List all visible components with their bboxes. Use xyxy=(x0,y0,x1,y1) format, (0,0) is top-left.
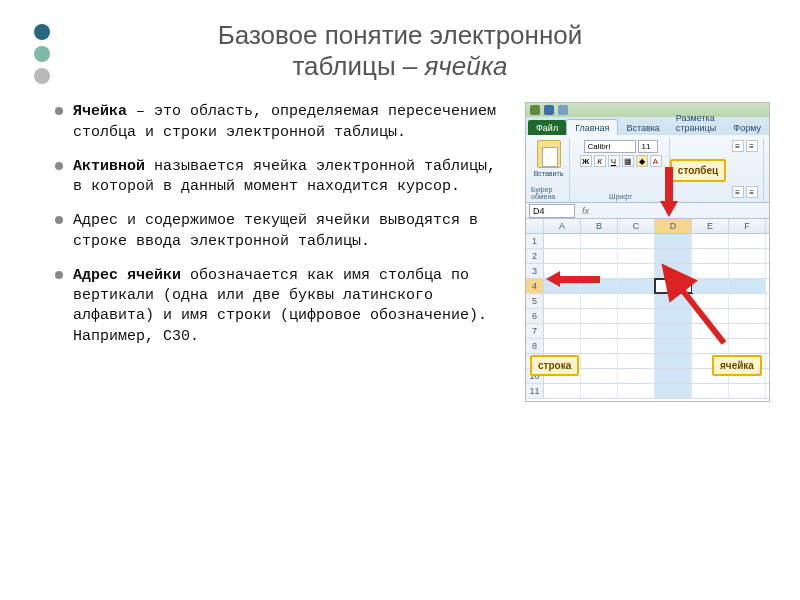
align-top-icon[interactable]: ≡ xyxy=(732,140,744,152)
border-button[interactable]: ▦ xyxy=(622,155,634,167)
font-group-label: Шрифт xyxy=(609,193,632,200)
content-row: Ячейка – это область, определяемая перес… xyxy=(0,92,800,402)
tab-home[interactable]: Главная xyxy=(566,119,618,135)
cell[interactable] xyxy=(544,384,581,398)
qat-excel-icon xyxy=(530,105,540,115)
cell[interactable] xyxy=(581,234,618,248)
col-head-D[interactable]: D xyxy=(655,219,692,233)
cell[interactable] xyxy=(618,324,655,338)
cell[interactable] xyxy=(544,234,581,248)
name-box[interactable]: D4 xyxy=(529,204,575,218)
cell[interactable] xyxy=(729,309,766,323)
col-head-E[interactable]: E xyxy=(692,219,729,233)
row-head[interactable]: 3 xyxy=(526,264,544,278)
cell[interactable] xyxy=(655,354,692,368)
row-head[interactable]: 4 xyxy=(526,279,544,293)
cell[interactable] xyxy=(544,294,581,308)
paste-icon[interactable] xyxy=(537,140,561,168)
col-head-C[interactable]: C xyxy=(618,219,655,233)
align-center-icon[interactable]: ≡ xyxy=(746,186,758,198)
cell[interactable] xyxy=(618,264,655,278)
cell[interactable] xyxy=(729,264,766,278)
cell[interactable] xyxy=(655,384,692,398)
row-head[interactable]: 5 xyxy=(526,294,544,308)
cell[interactable] xyxy=(618,384,655,398)
cell[interactable] xyxy=(544,339,581,353)
row-head[interactable]: 1 xyxy=(526,234,544,248)
row-head[interactable]: 11 xyxy=(526,384,544,398)
tab-layout[interactable]: Разметка страницы xyxy=(668,110,725,135)
cell[interactable] xyxy=(729,384,766,398)
bullet-4: Адрес ячейки обозначается как имя столбц… xyxy=(55,266,513,347)
arrow-row-icon xyxy=(546,272,602,286)
cell[interactable] xyxy=(655,369,692,383)
cell[interactable] xyxy=(729,294,766,308)
cell[interactable] xyxy=(655,234,692,248)
col-head-F[interactable]: F xyxy=(729,219,766,233)
cell[interactable] xyxy=(692,234,729,248)
font-name-dropdown[interactable]: Calibri xyxy=(584,140,636,153)
cell[interactable] xyxy=(581,294,618,308)
bullet-3: Адрес и содержимое текущей ячейки выводя… xyxy=(55,211,513,252)
cell[interactable] xyxy=(692,264,729,278)
row-head[interactable]: 7 xyxy=(526,324,544,338)
select-all-corner[interactable] xyxy=(526,219,544,233)
cell[interactable] xyxy=(544,324,581,338)
cell[interactable] xyxy=(692,384,729,398)
cell[interactable] xyxy=(581,354,618,368)
cell[interactable] xyxy=(729,339,766,353)
fill-button[interactable]: ◆ xyxy=(636,155,648,167)
paste-label: Вставить xyxy=(534,170,564,177)
cell[interactable] xyxy=(581,249,618,263)
cell[interactable] xyxy=(544,249,581,263)
callout-row-label: строка xyxy=(530,355,579,376)
tab-insert[interactable]: Вставка xyxy=(618,120,667,135)
cell[interactable] xyxy=(618,309,655,323)
cell[interactable] xyxy=(581,339,618,353)
underline-button[interactable]: Ч xyxy=(608,155,620,167)
font-size-dropdown[interactable]: 11 xyxy=(638,140,658,153)
excel-screenshot: Файл Главная Вставка Разметка страницы Ф… xyxy=(525,102,770,402)
italic-button[interactable]: К xyxy=(594,155,606,167)
cell[interactable] xyxy=(581,384,618,398)
cell[interactable] xyxy=(729,279,766,293)
cell[interactable] xyxy=(618,294,655,308)
deco-dot-teal xyxy=(34,24,50,40)
deco-dot-gray xyxy=(34,68,50,84)
row-head[interactable]: 2 xyxy=(526,249,544,263)
cell[interactable] xyxy=(618,249,655,263)
page-title: Базовое понятие электронной таблицы – яч… xyxy=(0,0,800,92)
cell[interactable] xyxy=(618,339,655,353)
title-line1: Базовое понятие электронной xyxy=(218,20,583,50)
formula-bar: D4 fx xyxy=(526,203,769,219)
deco-dot-green xyxy=(34,46,50,62)
cell[interactable] xyxy=(618,354,655,368)
cell[interactable] xyxy=(729,249,766,263)
cell[interactable] xyxy=(618,279,655,293)
cell[interactable] xyxy=(581,309,618,323)
cell[interactable] xyxy=(544,309,581,323)
cell[interactable] xyxy=(729,324,766,338)
align-mid-icon[interactable]: ≡ xyxy=(746,140,758,152)
bold-button[interactable]: Ж xyxy=(580,155,592,167)
cell[interactable] xyxy=(581,369,618,383)
col-head-B[interactable]: B xyxy=(581,219,618,233)
callout-cell-label: ячейка xyxy=(712,355,762,376)
cell[interactable] xyxy=(655,264,692,278)
spreadsheet-grid[interactable]: A B C D E F 1234567891011 строка ячейка xyxy=(526,219,769,402)
cell[interactable] xyxy=(729,234,766,248)
cell[interactable] xyxy=(618,369,655,383)
font-color-button[interactable]: A xyxy=(650,155,662,167)
bullet-1: Ячейка – это область, определяемая перес… xyxy=(55,102,513,143)
cell[interactable] xyxy=(692,249,729,263)
tab-file[interactable]: Файл xyxy=(528,120,566,135)
cell[interactable] xyxy=(581,324,618,338)
cell[interactable] xyxy=(618,234,655,248)
col-head-A[interactable]: A xyxy=(544,219,581,233)
cell[interactable] xyxy=(655,249,692,263)
align-left-icon[interactable]: ≡ xyxy=(732,186,744,198)
fx-icon[interactable]: fx xyxy=(578,206,593,216)
row-head[interactable]: 8 xyxy=(526,339,544,353)
row-head[interactable]: 6 xyxy=(526,309,544,323)
tab-formulas[interactable]: Форму xyxy=(725,120,769,135)
